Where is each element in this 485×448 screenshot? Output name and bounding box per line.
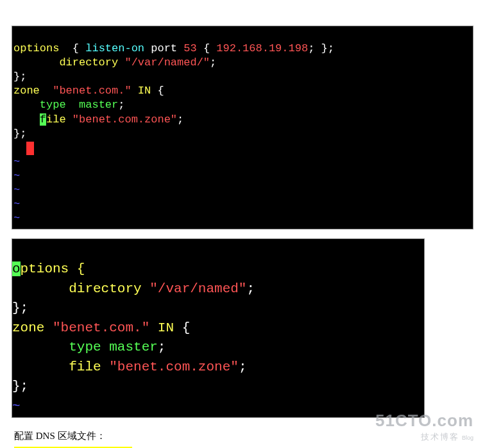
brace: { (182, 320, 191, 335)
options-keyword: ptions { (21, 261, 85, 276)
semicolon: ; (246, 281, 255, 296)
brace: { (157, 85, 164, 97)
directory-path: "/var/named" (149, 281, 246, 296)
close-brace2: }; (13, 128, 26, 140)
port-number: 53 (183, 42, 196, 54)
listen-on-keyword: listen-on (85, 42, 144, 54)
ip-address: 192.168.19.198 (216, 42, 308, 54)
watermark-subtitle: 技术博客 (421, 432, 459, 442)
zone-file: "benet.com.zone" (72, 113, 177, 126)
zone-file: "benet.com.zone" (109, 360, 239, 374)
directory-path: "/var/named/" (124, 56, 210, 69)
indent2 (13, 113, 40, 126)
file-keyword: ile (46, 113, 72, 126)
zone-keyword: zone (13, 85, 53, 97)
vim-tilde: ~ (12, 399, 21, 413)
vim-tilde: ~ (13, 170, 20, 182)
watermark: 51CTO.com 技术博客Blog (375, 411, 473, 443)
close-brace: }; (13, 71, 26, 83)
block-cursor (26, 142, 34, 154)
zone-name: "benet.com." (53, 85, 131, 97)
directory-keyword: directory (13, 56, 124, 69)
semicolon2: ; (118, 99, 124, 111)
indent (12, 340, 69, 354)
file-keyword: file (12, 360, 109, 374)
zone-keyword: zone (12, 320, 53, 335)
in-keyword: IN (132, 85, 158, 97)
semicolon2: ; (158, 340, 166, 354)
vim-tilde: ~ (13, 184, 20, 196)
zone-name: "benet.com." (53, 320, 149, 335)
vim-tilde: ~ (13, 198, 20, 210)
terminal-block-2: options { directory "/var/named"; }; zon… (12, 238, 425, 418)
brace-open2: { (197, 42, 217, 54)
directory-keyword: directory (12, 281, 149, 296)
options-keyword: options (13, 42, 66, 54)
vim-tilde: ~ (13, 156, 20, 168)
in-keyword: IN (149, 320, 182, 335)
watermark-blog: Blog (462, 435, 473, 441)
port-word: port (144, 42, 183, 54)
terminal-block-1: options { listen-on port 53 { 192.168.19… (12, 26, 473, 229)
text-cursor: f (40, 113, 46, 126)
indent (13, 99, 40, 111)
brace-open: { (66, 42, 86, 54)
line1-end: ; }; (308, 42, 334, 54)
close-brace: }; (12, 301, 28, 315)
semicolon3: ; (239, 360, 247, 374)
type-master: type master (69, 340, 158, 354)
vim-tilde: ~ (13, 212, 20, 224)
semicolon: ; (210, 56, 216, 69)
watermark-domain: 51CTO.com (375, 411, 473, 431)
close-brace2: }; (12, 379, 28, 394)
type-master: type master (40, 99, 118, 111)
semicolon3: ; (177, 113, 183, 126)
text-cursor: o (12, 261, 21, 276)
